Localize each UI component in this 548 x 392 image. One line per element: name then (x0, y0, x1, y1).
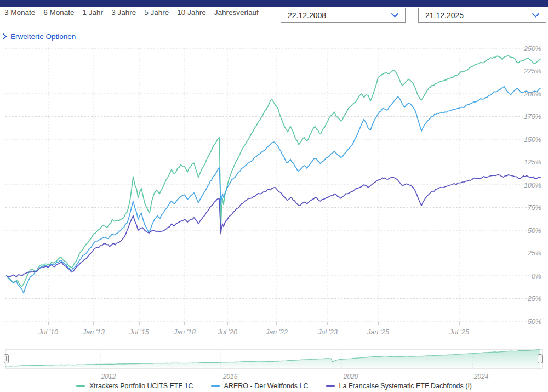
y-axis-label: 50% (528, 227, 541, 235)
legend-marker-lafrancaise (326, 385, 335, 387)
legend-item-lafrancaise[interactable]: La Francaise Systematic ETF Dachfonds (I… (326, 382, 472, 390)
date-from-value: 22.12.2008 (288, 11, 326, 20)
y-axis-label: 100% (524, 181, 541, 189)
navigator-area[interactable] (5, 350, 540, 368)
series-line-lafrancaise[interactable] (7, 175, 540, 277)
range-tab-10-jahre[interactable]: 10 Jahre (177, 8, 206, 16)
range-tab-3-jahre[interactable]: 3 Jahre (111, 8, 136, 16)
series-line-arero[interactable] (7, 87, 540, 293)
main-chart-canvas[interactable]: Jul '10Jan '13Jul '15Jan '18Jul '20Jan '… (0, 0, 548, 392)
navigator-handle-right[interactable] (538, 354, 543, 363)
navigator-year-label: 2016 (223, 373, 238, 380)
y-axis-label: 200% (523, 90, 541, 98)
range-tab-1-jahr[interactable]: 1 Jahr (83, 8, 104, 16)
legend-label-lafrancaise: La Francaise Systematic ETF Dachfonds (I… (339, 382, 472, 390)
chevron-down-icon (532, 13, 539, 18)
y-axis-label: 225% (523, 67, 541, 75)
top-accent-bar (0, 0, 548, 7)
legend-marker-xtrackers (76, 385, 85, 387)
y-axis-label: 25% (527, 249, 541, 257)
y-axis-label: -50% (526, 318, 541, 326)
range-tab-jahresverlauf[interactable]: Jahresverlauf (214, 8, 259, 16)
fund-comparison-chart-page: { "header": {"bar_color": "#242d78"}, "t… (0, 0, 548, 392)
x-axis-label: Jul '23 (317, 328, 338, 336)
x-axis-label: Jan '18 (173, 328, 196, 336)
y-axis-label: 250% (523, 45, 541, 53)
chart-legend: Xtrackers Portfolio UCITS ETF 1CARERO - … (0, 382, 548, 390)
advanced-options-label: Erweiterte Optionen (10, 32, 76, 41)
y-axis-label: 125% (524, 158, 541, 166)
x-axis-label: Jul '25 (449, 328, 469, 336)
x-axis-label: Jul '15 (129, 328, 149, 336)
y-axis-label: 75% (528, 204, 541, 212)
navigator-year-label: 2024 (474, 373, 489, 380)
range-tab-5-jahre[interactable]: 5 Jahre (144, 8, 169, 16)
y-axis-label: 0% (532, 272, 541, 280)
x-axis-label: Jan '22 (265, 328, 288, 336)
date-to-select[interactable]: 21.12.2025 (418, 8, 546, 23)
navigator-year-label: 2020 (344, 373, 358, 380)
chevron-down-icon (391, 13, 398, 18)
x-axis-label: Jan '13 (82, 328, 105, 336)
date-from-select[interactable]: 22.12.2008 (281, 8, 406, 23)
x-axis-label: Jan '25 (367, 328, 389, 336)
legend-label-arero: ARERO - Der Weltfonds LC (224, 382, 309, 390)
range-tab-3-monate[interactable]: 3 Monate (4, 8, 35, 16)
legend-item-arero[interactable]: ARERO - Der Weltfonds LC (211, 382, 309, 390)
date-to-value: 21.12.2025 (425, 11, 464, 20)
y-axis-label: -25% (526, 295, 541, 303)
advanced-options-link[interactable]: Erweiterte Optionen (3, 32, 76, 41)
x-axis-label: Jul '20 (217, 328, 237, 336)
y-axis-label: 150% (524, 136, 541, 144)
y-axis-label: 175% (524, 113, 541, 121)
x-axis-label: Jul '10 (38, 328, 58, 336)
range-tab-6-monate[interactable]: 6 Monate (43, 8, 74, 16)
legend-label-xtrackers: Xtrackers Portfolio UCITS ETF 1C (89, 382, 193, 390)
navigator-year-label: 2012 (101, 373, 116, 380)
range-tabs: 3 Monate6 Monate1 Jahr3 Jahre5 Jahre10 J… (4, 8, 259, 16)
chevron-right-icon (3, 33, 7, 39)
navigator-handle-left[interactable] (4, 354, 9, 363)
legend-item-xtrackers[interactable]: Xtrackers Portfolio UCITS ETF 1C (76, 382, 193, 390)
legend-marker-arero (211, 385, 220, 387)
